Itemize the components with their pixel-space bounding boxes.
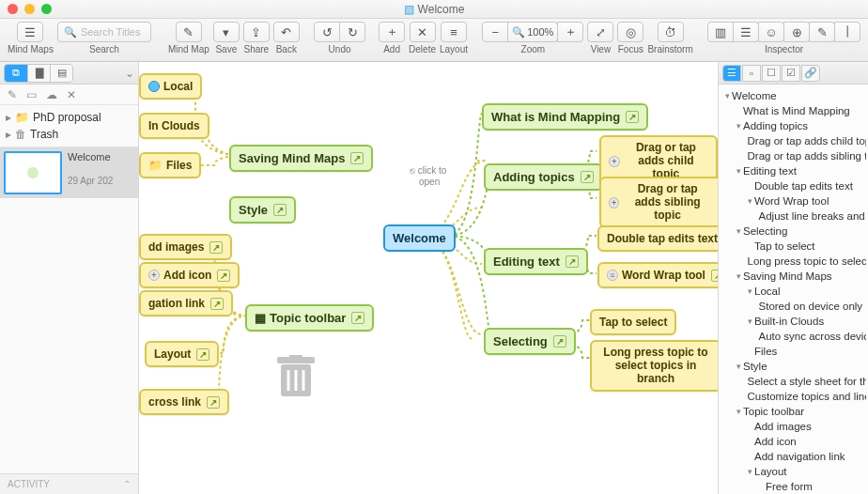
activity-bar[interactable]: ACTIVITY⌃ xyxy=(0,473,138,494)
node-tap-select[interactable]: Tap to select xyxy=(590,309,676,335)
zoom-window[interactable] xyxy=(41,4,52,14)
node-layout[interactable]: Layout xyxy=(145,341,219,367)
seg-doc-icon[interactable]: ▤ xyxy=(50,65,72,82)
map-thumbnail[interactable] xyxy=(4,151,62,194)
outline-item[interactable]: Tap to select xyxy=(721,239,866,254)
delete-icon[interactable]: ✕ xyxy=(67,88,76,101)
outline-item[interactable]: Customize topics and lines xyxy=(721,389,866,404)
outline-item[interactable]: Select a style sheet for th... xyxy=(721,374,866,389)
focus-button[interactable]: ◎ xyxy=(617,22,643,42)
minimize-window[interactable] xyxy=(24,4,35,14)
node-add-icon[interactable]: +Add icon xyxy=(139,262,240,288)
outline-item[interactable]: Add icon xyxy=(721,434,866,449)
plus-icon: + xyxy=(148,270,160,281)
left-toolbar: ✎ ▭ ☁ ✕ xyxy=(0,85,138,105)
node-drag-sibling[interactable]: +Drag or tapadds sibling topic xyxy=(599,177,718,228)
node-style[interactable]: Style xyxy=(229,196,296,224)
brainstorm-button[interactable]: ⏱ xyxy=(658,22,684,42)
outline-tree[interactable]: ▾Welcome What is Mind Mapping▾Adding top… xyxy=(719,85,868,494)
outline-item[interactable]: Long press topic to select... xyxy=(721,254,866,269)
new-folder-icon[interactable]: ▭ xyxy=(26,88,37,101)
open-hint2: open xyxy=(419,177,440,187)
zoom-out-button[interactable]: − xyxy=(482,22,508,42)
outline-item[interactable]: ▾Topic toolbar xyxy=(721,404,866,419)
add-button[interactable]: ＋ xyxy=(379,22,405,42)
outline-item[interactable]: ▾Layout xyxy=(721,464,866,479)
redo-button[interactable]: ↻ xyxy=(339,22,365,42)
node-clouds[interactable]: In Clouds xyxy=(139,113,209,139)
tool-icon: ≡ xyxy=(607,270,618,281)
outline-tab-link[interactable]: 🔗 xyxy=(801,65,820,82)
seg-folder-icon[interactable]: ▇ xyxy=(27,65,50,82)
node-what[interactable]: What is Mind Mapping xyxy=(482,103,648,131)
outline-item[interactable]: Auto sync across devices xyxy=(721,329,866,344)
node-doubletap[interactable]: Double tap edits text xyxy=(597,225,718,252)
node-files[interactable]: 📁Files xyxy=(139,152,201,178)
outline-item[interactable]: ▾Style xyxy=(721,359,866,374)
outline-item[interactable]: ▾Built-in Clouds xyxy=(721,314,866,329)
close-window[interactable] xyxy=(8,4,18,14)
outline-item[interactable]: ▾Editing text xyxy=(721,163,866,178)
node-saving[interactable]: Saving Mind Maps xyxy=(229,145,373,172)
delete-button[interactable]: ✕ xyxy=(410,22,436,42)
outline-item[interactable]: ▾Welcome xyxy=(721,88,866,103)
chevron-down-icon[interactable]: ⌄ xyxy=(125,67,134,80)
tree-row-folder[interactable]: ▸📁PhD proposal xyxy=(6,109,132,126)
inspector-toggle-2[interactable]: ☰ xyxy=(733,22,759,42)
new-doc-icon[interactable]: ✎ xyxy=(8,88,17,101)
outline-item[interactable]: ▾Selecting xyxy=(721,224,866,239)
outline-tab-list[interactable]: ☰ xyxy=(722,65,741,82)
mindmap-button[interactable]: ✎ xyxy=(176,22,202,42)
node-welcome[interactable]: Welcome xyxy=(383,224,456,252)
outline-item[interactable]: ▾Local xyxy=(721,284,866,299)
thumbnail-row[interactable]: Welcome 29 Apr 202 xyxy=(0,147,138,198)
left-view-segment[interactable]: ⧉ ▇ ▤ xyxy=(4,64,73,83)
outline-item[interactable]: What is Mind Mapping xyxy=(721,103,866,118)
node-crosslink[interactable]: cross link xyxy=(139,389,229,415)
node-nav-link[interactable]: gation link xyxy=(139,290,233,316)
cloud-icon[interactable]: ☁ xyxy=(46,88,57,101)
outline-tab-note[interactable]: ▫ xyxy=(742,65,761,82)
zoom-in-button[interactable]: ＋ xyxy=(557,22,583,42)
outline-item[interactable]: ▾Adding topics xyxy=(721,118,866,133)
share-button[interactable]: ⇪ xyxy=(243,22,270,42)
outline-item[interactable]: Add images xyxy=(721,419,866,434)
inspector-toggle-6[interactable]: ⼁ xyxy=(834,22,860,42)
outline-tab-task[interactable]: ☐ xyxy=(762,65,781,82)
node-selecting[interactable]: Selecting xyxy=(484,328,576,355)
inspector-toggle-1[interactable]: ▥ xyxy=(707,22,734,42)
outline-item[interactable]: Drag or tap adds child topic xyxy=(721,133,866,148)
tree-row-trash[interactable]: ▸🗑Trash xyxy=(6,126,132,143)
inspector-toggle-4[interactable]: ⊕ xyxy=(783,22,810,42)
node-editing[interactable]: Editing text xyxy=(484,248,588,275)
outline-item[interactable]: Double tap edits text xyxy=(721,178,866,193)
outline-tab-check[interactable]: ☑ xyxy=(782,65,800,82)
seg-cloud-icon[interactable]: ⧉ xyxy=(5,65,27,82)
trash-illustration xyxy=(275,355,317,403)
outline-item[interactable]: Drag or tap adds sibling to... xyxy=(721,148,866,163)
search-input[interactable]: 🔍 Search Titles xyxy=(57,22,151,42)
layout-button[interactable]: ≡ xyxy=(441,22,467,42)
mindmap-canvas[interactable]: Welcome ⎋ click to open What is Mind Map… xyxy=(139,62,718,494)
node-wordwrap[interactable]: ≡Word Wrap tool xyxy=(597,262,718,288)
outline-item[interactable]: Stored on device only xyxy=(721,299,866,314)
node-add-images[interactable]: dd images xyxy=(139,234,232,260)
zoom-value[interactable]: 🔍100% xyxy=(507,22,558,42)
mindmaps-button[interactable]: ☰ xyxy=(17,22,43,42)
outline-item[interactable]: Free form xyxy=(721,479,866,494)
outline-item[interactable]: ▾Word Wrap tool xyxy=(721,193,866,208)
inspector-toggle-3[interactable]: ☺ xyxy=(758,22,784,42)
outline-item[interactable]: ▾Saving Mind Maps xyxy=(721,269,866,284)
back-button[interactable]: ↶ xyxy=(273,22,300,42)
node-adding[interactable]: Adding topics xyxy=(484,163,603,191)
save-button[interactable]: ▾ xyxy=(213,22,240,42)
node-long-press[interactable]: Long press topic toselect topics in bran… xyxy=(590,340,718,392)
undo-button[interactable]: ↺ xyxy=(314,22,340,42)
inspector-toggle-5[interactable]: ✎ xyxy=(809,22,835,42)
outline-item[interactable]: Files xyxy=(721,344,866,359)
view-button[interactable]: ⤢ xyxy=(587,22,613,42)
node-topic-toolbar[interactable]: ▦Topic toolbar xyxy=(245,304,374,332)
outline-item[interactable]: Adjust line breaks and... xyxy=(721,208,866,224)
outline-item[interactable]: Add navigation link xyxy=(721,449,866,464)
node-local[interactable]: Local xyxy=(139,73,202,100)
